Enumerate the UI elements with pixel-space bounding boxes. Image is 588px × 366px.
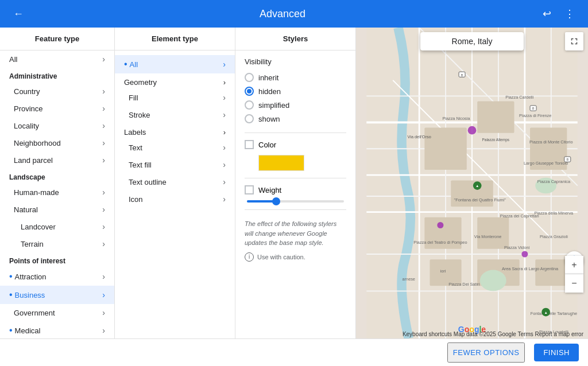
feature-natural[interactable]: Natural › <box>0 201 114 218</box>
finish-button[interactable]: FINISH <box>534 344 579 361</box>
caution-link: Use with caution. <box>257 254 305 260</box>
radio-inherit[interactable] <box>245 73 254 82</box>
svg-text:Piazza Nicosia: Piazza Nicosia <box>442 116 470 121</box>
element-geometry-section: Geometry › <box>115 73 235 89</box>
visibility-simplified[interactable]: simplified <box>245 98 346 112</box>
radio-shown[interactable] <box>245 114 254 123</box>
radio-hidden[interactable] <box>245 87 254 96</box>
svg-rect-18 <box>477 102 514 133</box>
bottom-bar: FEWER OPTIONS FINISH <box>0 338 588 366</box>
chevron-icon: › <box>102 205 105 214</box>
svg-text:Area Sacra di Largo Argentina: Area Sacra di Largo Argentina <box>502 266 559 271</box>
zoom-in-button[interactable]: + <box>565 256 583 274</box>
caution-text: The effect of the following stylers will… <box>245 219 346 248</box>
undo-button[interactable]: ↩ <box>537 5 556 23</box>
svg-text:Piazza della Minerva: Piazza della Minerva <box>535 211 574 216</box>
feature-terrain[interactable]: Terrain › <box>0 235 114 252</box>
feature-neighborhood[interactable]: Neighborhood › <box>0 134 114 151</box>
back-button[interactable]: ← <box>9 5 28 23</box>
more-button[interactable]: ⋮ <box>560 5 579 23</box>
svg-text:Piazza Cardelli: Piazza Cardelli <box>505 95 533 100</box>
svg-text:"Fontana dei Quattro Fiumi": "Fontana dei Quattro Fiumi" <box>454 197 506 203</box>
svg-point-26 <box>480 270 506 291</box>
svg-point-59 <box>468 126 477 135</box>
chevron-icon: › <box>102 188 105 197</box>
divider-1 <box>245 133 346 133</box>
svg-text:Largo Giuseppe Toniolo: Largo Giuseppe Toniolo <box>524 161 568 166</box>
visibility-shown[interactable]: shown <box>245 112 346 126</box>
feature-land-parcel[interactable]: Land parcel › <box>0 151 114 169</box>
color-label: Color <box>258 141 276 149</box>
feature-human-made[interactable]: Human-made › <box>0 184 114 201</box>
zoom-controls: + − <box>565 256 583 293</box>
element-text-fill[interactable]: Text fill › <box>115 156 235 173</box>
weight-slider[interactable] <box>245 200 346 203</box>
chevron-icon: › <box>223 60 226 69</box>
visibility-hidden[interactable]: hidden <box>245 84 346 98</box>
weight-label: Weight <box>258 186 281 194</box>
chevron-icon: › <box>223 194 226 204</box>
chevron-icon: › <box>102 290 105 299</box>
element-stroke[interactable]: Stroke › <box>115 106 235 123</box>
stylers-content: Visibility inherit hidden simplified sho… <box>235 50 355 338</box>
element-fill[interactable]: Fill › <box>115 89 235 106</box>
map-expand-button[interactable] <box>565 32 583 50</box>
feature-all[interactable]: All › <box>0 50 114 68</box>
svg-point-60 <box>437 222 443 228</box>
element-type-panel: Element type •All › Geometry › Fill › St… <box>115 28 235 338</box>
chevron-icon: › <box>102 138 105 147</box>
feature-attraction[interactable]: •Attraction › <box>0 267 114 286</box>
zoom-out-button[interactable]: − <box>565 274 583 293</box>
element-icon[interactable]: Icon › <box>115 190 235 208</box>
radio-simplified[interactable] <box>245 100 254 110</box>
chevron-icon: › <box>223 78 226 87</box>
svg-text:Piazza Capranica: Piazza Capranica <box>537 179 571 184</box>
header-title: Advanced <box>28 8 537 20</box>
feature-business[interactable]: •Business › <box>0 286 114 304</box>
stylers-panel: Stylers Visibility inherit hidden simpli… <box>235 28 356 338</box>
feature-type-panel: Feature type All › Administrative Countr… <box>0 28 115 338</box>
chevron-icon: › <box>223 160 226 169</box>
svg-text:Fontana delle Tartarughe: Fontana delle Tartarughe <box>531 311 577 316</box>
weight-checkbox[interactable] <box>245 185 254 194</box>
fewer-options-button[interactable]: FEWER OPTIONS <box>447 342 525 363</box>
slider-thumb[interactable] <box>272 197 280 205</box>
map-svg: Piazza Nicosia Piazza Cardelli Piazza di… <box>356 28 588 338</box>
svg-rect-19 <box>451 180 493 207</box>
element-text[interactable]: Text › <box>115 139 235 156</box>
section-administrative: Administrative <box>0 68 114 83</box>
feature-locality[interactable]: Locality › <box>0 117 114 134</box>
chevron-icon: › <box>102 87 105 96</box>
main-content: Feature type All › Administrative Countr… <box>0 28 588 338</box>
more-icon: ⋮ <box>564 7 575 20</box>
chevron-icon: › <box>102 54 105 64</box>
chevron-icon: › <box>102 326 105 335</box>
svg-text:Piazza del Teatro di Pompeo: Piazza del Teatro di Pompeo <box>413 240 467 245</box>
dot-icon: • <box>9 290 13 299</box>
svg-text:B: B <box>566 158 568 161</box>
chevron-icon: › <box>102 104 105 113</box>
chevron-icon: › <box>223 177 226 186</box>
back-icon: ← <box>13 8 24 20</box>
feature-province[interactable]: Province › <box>0 100 114 117</box>
color-checkbox[interactable] <box>245 140 254 149</box>
feature-landcover[interactable]: Landcover › <box>0 218 114 235</box>
feature-medical[interactable]: •Medical › <box>0 321 114 338</box>
visibility-label: Visibility <box>245 57 346 66</box>
element-type-header: Element type <box>115 28 235 50</box>
element-all[interactable]: •All › <box>115 55 235 73</box>
map-search-bar[interactable]: Rome, Italy <box>420 32 524 50</box>
svg-text:B: B <box>461 73 463 77</box>
info-icon: i <box>245 252 254 262</box>
chevron-icon: › <box>102 239 105 248</box>
feature-country[interactable]: Country › <box>0 83 114 100</box>
chevron-icon: › <box>102 121 105 130</box>
color-swatch[interactable] <box>258 155 304 171</box>
svg-text:Piazza Grazioli: Piazza Grazioli <box>540 234 568 239</box>
dot-icon: • <box>9 325 13 335</box>
svg-rect-25 <box>535 259 567 286</box>
feature-government[interactable]: Government › <box>0 304 114 321</box>
visibility-inherit[interactable]: inherit <box>245 71 346 84</box>
element-text-outline[interactable]: Text outline › <box>115 173 235 190</box>
stylers-header: Stylers <box>235 28 355 50</box>
